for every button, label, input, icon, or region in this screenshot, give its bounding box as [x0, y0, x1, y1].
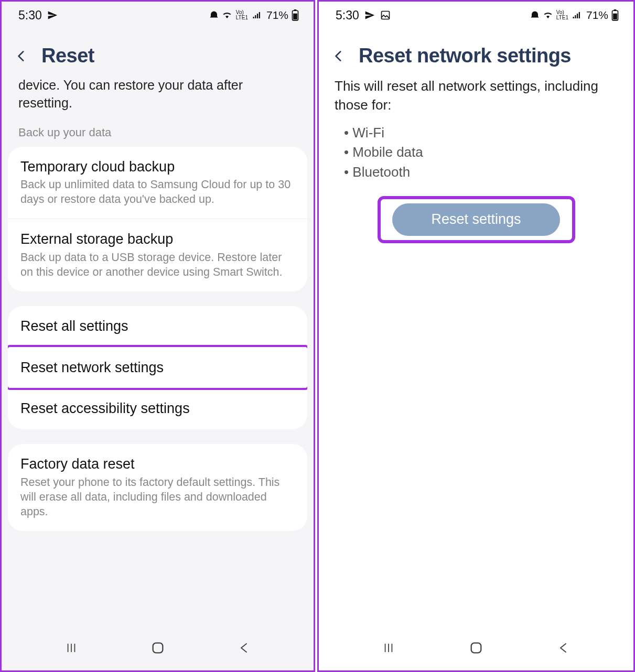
svg-rect-7: [613, 14, 617, 20]
backup-card: Temporary cloud backup Back up unlimited…: [8, 147, 307, 291]
bullet-list: Wi-Fi Mobile data Bluetooth: [319, 120, 633, 192]
row-title: External storage backup: [20, 231, 295, 248]
volte-icon: Vo)LTE1: [235, 9, 249, 21]
external-storage-backup-row[interactable]: External storage backup Back up data to …: [8, 219, 307, 291]
nav-back-button[interactable]: [234, 637, 255, 658]
battery-pct: 71%: [586, 9, 608, 21]
volte-icon: Vo)LTE1: [556, 10, 568, 20]
recents-button[interactable]: [61, 637, 82, 658]
bullet-item: Wi-Fi: [344, 123, 618, 143]
battery-icon: [292, 9, 299, 21]
phone-right: 5:30 Vo)LTE1 71% Reset network settings …: [317, 0, 635, 672]
svg-rect-3: [153, 643, 163, 653]
row-title: Reset network settings: [20, 359, 295, 377]
intro-text: This will reset all network settings, in…: [319, 77, 633, 120]
recents-button[interactable]: [378, 637, 399, 658]
svg-rect-8: [471, 643, 481, 653]
reset-network-settings-row[interactable]: Reset network settings: [8, 347, 307, 388]
status-time: 5:30: [18, 8, 42, 23]
page-title: Reset: [41, 45, 94, 67]
signal-icon: [572, 10, 582, 20]
backup-section-label: Back up your data: [2, 122, 314, 147]
image-icon: [380, 10, 391, 20]
alarm-icon: [530, 10, 540, 20]
page-header: Reset: [2, 29, 314, 77]
bullet-item: Mobile data: [344, 143, 618, 162]
alarm-icon: [209, 10, 219, 20]
nav-bar: [319, 625, 633, 670]
back-button[interactable]: [330, 48, 347, 64]
reset-accessibility-settings-row[interactable]: Reset accessibility settings: [8, 388, 307, 429]
row-title: Temporary cloud backup: [20, 158, 295, 176]
battery-icon: [611, 9, 619, 21]
row-title: Reset accessibility settings: [20, 400, 295, 418]
send-icon: [364, 10, 375, 20]
send-icon: [47, 10, 58, 20]
svg-rect-4: [381, 12, 389, 19]
page-header: Reset network settings: [319, 29, 633, 77]
nav-back-button[interactable]: [553, 637, 574, 658]
status-bar: 5:30 Vo)LTE1 71%: [319, 2, 633, 29]
home-button[interactable]: [466, 637, 487, 658]
reset-all-settings-row[interactable]: Reset all settings: [8, 306, 307, 347]
phone-left: 5:30 Vo)LTE1 71% Reset device. You can r…: [0, 0, 315, 672]
svg-rect-2: [293, 14, 297, 20]
wifi-icon: [222, 10, 232, 20]
page-title: Reset network settings: [359, 45, 571, 67]
nav-bar: [2, 625, 314, 670]
back-button[interactable]: [13, 48, 30, 64]
factory-data-reset-row[interactable]: Factory data reset Reset your phone to i…: [8, 444, 307, 531]
signal-icon: [252, 10, 262, 20]
row-sub: Reset your phone to its factory default …: [20, 475, 295, 519]
home-button[interactable]: [147, 637, 168, 658]
reset-settings-button[interactable]: Reset settings: [392, 203, 560, 236]
row-sub: Back up unlimited data to Samsung Cloud …: [20, 178, 295, 207]
intro-text: device. You can restore your data after …: [2, 77, 314, 122]
row-title: Factory data reset: [20, 456, 295, 473]
svg-rect-1: [294, 9, 296, 10]
status-bar: 5:30 Vo)LTE1 71%: [2, 2, 314, 29]
row-title: Reset all settings: [20, 318, 295, 335]
temporary-cloud-backup-row[interactable]: Temporary cloud backup Back up unlimited…: [8, 147, 307, 219]
battery-pct: 71%: [266, 9, 288, 21]
status-time: 5:30: [336, 8, 359, 23]
wifi-icon: [543, 10, 553, 20]
bullet-item: Bluetooth: [344, 162, 618, 182]
factory-reset-card: Factory data reset Reset your phone to i…: [8, 444, 307, 531]
row-sub: Back up data to a USB storage device. Re…: [20, 251, 295, 280]
reset-button-highlight: Reset settings: [381, 199, 572, 240]
svg-rect-6: [614, 9, 616, 10]
reset-options-card: Reset all settings Reset network setting…: [8, 306, 307, 429]
